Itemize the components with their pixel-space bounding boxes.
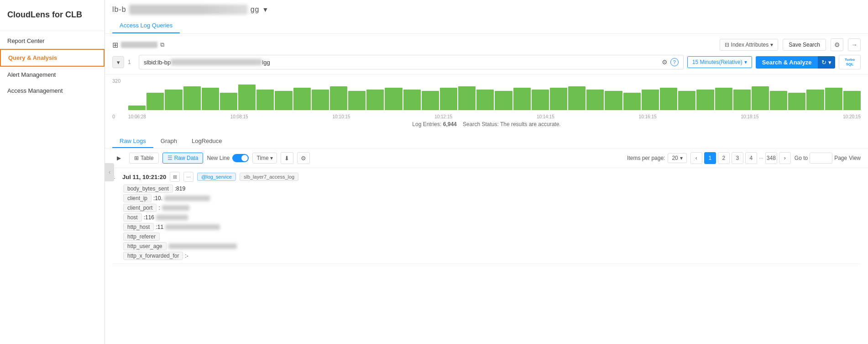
field-value-body-bytes-sent: :819 [175,185,185,192]
chart-bar [348,91,366,110]
page-3-button[interactable]: 3 [732,152,743,164]
field-http-user-agent: http_user_age [123,242,861,250]
chart-x-labels: 10:06:2810:08:1510:10:1510:12:1510:14:15… [128,114,861,119]
collapse-icon-btn[interactable]: ▶ [112,153,125,163]
chart-x-label: 10:12:15 [434,114,452,119]
search-analyze-label: Search & Analyze [756,56,818,69]
field-client-ip: client_ip :10. [123,194,861,202]
chart-bar [183,86,201,111]
page-2-button[interactable]: 2 [718,152,730,164]
field-value-http-host-blurred [165,224,220,230]
tab-raw-logs[interactable]: Raw Logs [112,135,153,148]
pagination: ‹ 1 2 3 4 ··· 348 › [690,152,791,164]
search-status-label: Search Status: [463,121,499,127]
chart-bar [715,88,732,110]
field-key-http-referer: http_referer [123,233,160,241]
chart-x-label: 10:16:15 [639,114,657,119]
items-select-chevron: ▾ [680,155,683,161]
chart-bar [220,93,237,111]
download-button[interactable]: ⬇ [281,152,293,164]
chart-bar [440,88,457,110]
results-settings-button[interactable]: ⚙ [297,152,310,164]
chart-container: 320 0 10:06:2810:08:1510:10:1510:12:1510… [112,78,861,119]
log-tag-service: @log_service [197,173,236,181]
settings-button[interactable]: ⚙ [831,38,843,51]
save-search-button[interactable]: Save Search [783,39,826,51]
chart-bars [128,78,861,110]
time-selector-button[interactable]: 15 Minutes(Relative) ▾ [687,56,752,68]
search-suffix-text: lgg [262,59,270,66]
chart-bar [605,91,622,110]
search-analyze-button[interactable]: Search & Analyze ↻ ▾ [756,56,835,69]
time-sort-button[interactable]: Time ▾ [252,153,277,164]
sidebar-item-access-management[interactable]: Access Management [0,83,105,99]
field-key-http-x-forwarded: http_x_forwarded_for [123,252,183,260]
main-tabs: Access Log Queries [112,18,861,33]
lb-name-suffix: gg [251,5,260,14]
log-more-button[interactable]: ··· [183,172,193,182]
page-last-button[interactable]: 348 [765,152,777,164]
field-value-client-ip-blurred [164,196,210,201]
sidebar-collapse-handle[interactable]: ‹ [105,163,114,181]
table-button[interactable]: ⊞ Table [129,153,159,164]
lb-dropdown-arrow[interactable]: ▼ [262,6,268,13]
sidebar-item-alert-management[interactable]: Alert Management [0,67,105,83]
search-prefix-text: slbid:lb-bp [144,59,171,66]
field-host: host :116 [123,213,861,222]
main-content: lb-b gg ▼ Access Log Queries ⊞ ⧉ ⊟ Index… [105,0,868,344]
search-help-icon[interactable]: ? [670,58,679,66]
next-page-button[interactable]: › [779,152,791,164]
new-line-switch[interactable] [232,154,249,162]
field-client-port: client_port : [123,204,861,212]
log-fields: body_bytes_sent :819 client_ip :10. clie… [112,185,861,260]
chart-bar [770,91,787,110]
page-1-button[interactable]: 1 [704,152,716,164]
raw-data-button[interactable]: ☰ Raw Data [162,153,204,164]
field-key-http-user-agent: http_user_age [123,242,167,250]
query-actions: ⊟ Index Attributes ▾ Save Search ⚙ → [720,38,861,51]
log-entry-header: 1 Jul 11, 10:21:20 ⊞ ··· @log_service sl… [112,172,861,182]
time-sort-label: Time [256,155,268,161]
page-4-button[interactable]: 4 [745,152,757,164]
tab-log-reduce[interactable]: LogReduce [184,135,230,148]
chart-bar [678,91,695,110]
search-settings-icon[interactable]: ⚙ [662,58,668,66]
goto-area: Go to Page View [795,153,861,164]
sidebar-item-query-analysis[interactable]: Query & Analysis [0,49,105,67]
results-toolbar: ▶ ⊞ Table ☰ Raw Data New Line Time ▾ ⬇ ⚙… [105,148,868,168]
items-per-page-value: 20 [672,155,678,161]
table-label: Table [141,155,154,161]
field-body-bytes-sent: body_bytes_sent :819 [123,185,861,193]
search-input[interactable]: slbid:lb-bp lgg ⚙ ? [139,55,684,69]
goto-label: Go to [795,155,808,161]
search-analyze-dropdown[interactable]: ↻ ▾ [818,56,835,69]
chart-bar [458,86,476,111]
chart-bar [422,91,439,110]
chart-bar [275,91,292,110]
topbar: lb-b gg ▼ Access Log Queries [105,0,868,34]
chart-bar [293,88,311,110]
dropdown-icon: ▾ [828,59,831,66]
search-query-blurred [171,59,262,65]
sidebar-item-report-center[interactable]: Report Center [0,33,105,49]
search-collapse-button[interactable]: ▾ [112,56,124,68]
index-attributes-button[interactable]: ⊟ Index Attributes ▾ [720,39,779,51]
log-copy-button[interactable]: ⊞ [170,172,180,182]
goto-input[interactable] [810,153,832,164]
prev-page-button[interactable]: ‹ [690,152,702,164]
field-http-host: http_host :11 [123,223,861,231]
field-value-client-port-prefix: : [158,205,160,211]
index-attributes-label: Index Attributes [731,42,769,48]
chart-bar [733,90,751,111]
tab-graph[interactable]: Graph [153,135,184,148]
turbo-sql-button[interactable]: TurboSQL [839,55,861,69]
table-icon: ⊞ [134,155,139,161]
lb-name-blurred [129,5,248,15]
items-per-page-select[interactable]: 20 ▾ [668,153,686,163]
share-button[interactable]: → [848,38,861,51]
chart-x-label: 10:08:15 [230,114,248,119]
field-value-http-x-forwarded: :- [185,253,188,259]
line-number: 1 [128,59,135,65]
copy-icon[interactable]: ⧉ [160,41,164,48]
tab-access-log-queries[interactable]: Access Log Queries [112,18,180,33]
